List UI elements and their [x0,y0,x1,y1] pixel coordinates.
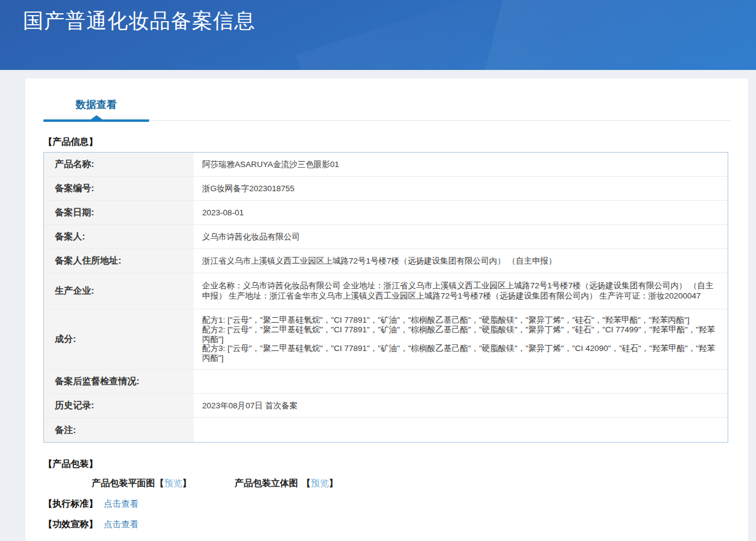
tab-data-view[interactable]: 数据查看 [43,89,149,121]
packaging-row: 产品包装平面图 【 预览 】 产品包装立体图 【 预览 】 [43,478,730,489]
row-product-name: 产品名称: 阿莎瑞雅ASARUYA金流沙三色眼影01 [44,153,728,177]
row-manufacturer: 生产企业: 企业名称：义乌市诗茜化妆品有限公司 企业地址：浙江省义乌市上溪镇义西… [44,273,728,309]
field-value: 2023年08月07日 首次备案 [195,394,728,417]
standards-row: 【执行标准】 点击查看 [43,498,730,510]
bracket: 【 [155,478,164,489]
bracket: 】 [182,478,191,489]
field-label: 生产企业: [44,273,195,309]
field-label: 备案日期: [44,201,195,224]
row-supervision: 备案后监督检查情况: [44,370,728,394]
field-value: 义乌市诗茜化妆品有限公司 [195,225,728,248]
row-history: 历史记录: 2023年08月07日 首次备案 [44,394,728,418]
product-info-section-title: 【产品信息】 [43,136,730,148]
field-label: 备案人: [44,225,195,248]
field-value [195,370,728,393]
bracket: 】 [329,478,338,489]
efficacy-section-title: 【功效宣称】 [43,519,98,530]
page-title: 国产普通化妆品备案信息 [23,7,255,35]
field-label: 成分: [44,309,195,369]
field-label: 产品名称: [44,153,195,176]
page-header: 国产普通化妆品备案信息 [0,0,756,70]
field-label: 历史记录: [44,394,195,417]
packaging-3d-preview-link[interactable]: 预览 [311,478,329,489]
field-value: 浙江省义乌市上溪镇义西工业园区上城路72号1号楼7楼（远扬建设集团有限公司内） … [195,249,728,273]
row-registrant-address: 备案人住所地址: 浙江省义乌市上溪镇义西工业园区上城路72号1号楼7楼（远扬建设… [44,249,728,273]
tab-bar: 数据查看 [43,89,730,121]
row-registrant: 备案人: 义乌市诗茜化妆品有限公司 [44,225,728,249]
page-body: 数据查看 【产品信息】 产品名称: 阿莎瑞雅ASARUYA金流沙三色眼影01 备… [0,70,756,541]
active-tab-indicator [43,119,149,122]
field-value: 配方1: ["云母"，"聚二甲基硅氧烷"，"CI 77891"，"矿油"，"棕榈… [195,309,728,369]
packaging-section-title: 【产品包装】 [43,458,730,470]
bracket: 【 [302,478,311,489]
product-info-table: 产品名称: 阿莎瑞雅ASARUYA金流沙三色眼影01 备案编号: 浙G妆网备字2… [43,152,728,443]
row-filing-date: 备案日期: 2023-08-01 [44,201,728,225]
row-remarks: 备注: [44,418,728,442]
packaging-flat-image-label: 产品包装平面图 [92,478,155,489]
active-tab-arrow-icon [90,115,103,120]
field-label: 备注: [44,418,195,442]
field-value [195,418,728,442]
standards-section-title: 【执行标准】 [43,498,98,510]
content-card: 数据查看 【产品信息】 产品名称: 阿莎瑞雅ASARUYA金流沙三色眼影01 备… [25,78,748,541]
standards-view-link[interactable]: 点击查看 [104,498,139,510]
field-value: 企业名称：义乌市诗茜化妆品有限公司 企业地址：浙江省义乌市上溪镇义西工业园区上城… [195,273,728,309]
efficacy-row: 【功效宣称】 点击查看 [43,519,730,530]
field-label: 备案编号: [44,177,195,200]
efficacy-view-link[interactable]: 点击查看 [104,519,139,530]
field-value: 浙G妆网备字2023018755 [195,177,728,200]
tab-data-view-label: 数据查看 [76,99,117,110]
packaging-3d-image-item: 产品包装立体图 【 预览 】 [235,478,338,489]
field-label: 备案人住所地址: [44,249,195,273]
packaging-3d-image-label: 产品包装立体图 [235,478,298,489]
field-label: 备案后监督检查情况: [44,370,195,393]
row-ingredients: 成分: 配方1: ["云母"，"聚二甲基硅氧烷"，"CI 77891"，"矿油"… [44,309,728,370]
packaging-flat-preview-link[interactable]: 预览 [164,478,182,489]
row-filing-number: 备案编号: 浙G妆网备字2023018755 [44,177,728,201]
field-value: 阿莎瑞雅ASARUYA金流沙三色眼影01 [195,153,728,176]
field-value: 2023-08-01 [195,201,728,224]
packaging-flat-image-item: 产品包装平面图 【 预览 】 [92,478,191,489]
